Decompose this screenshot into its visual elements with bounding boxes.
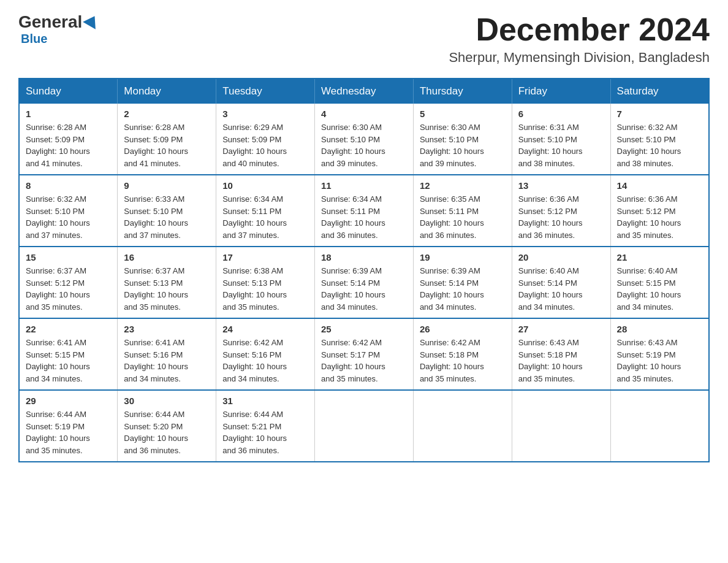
day-number: 31 (222, 396, 308, 406)
calendar-cell: 6 Sunrise: 6:31 AMSunset: 5:10 PMDayligh… (512, 104, 610, 175)
calendar-cell: 5 Sunrise: 6:30 AMSunset: 5:10 PMDayligh… (413, 104, 512, 175)
day-info: Sunrise: 6:42 AMSunset: 5:18 PMDaylight:… (420, 337, 506, 385)
calendar-cell: 31 Sunrise: 6:44 AMSunset: 5:21 PMDaylig… (216, 390, 315, 462)
day-info: Sunrise: 6:38 AMSunset: 5:13 PMDaylight:… (222, 265, 308, 313)
day-number: 21 (617, 252, 702, 262)
day-number: 15 (26, 252, 111, 262)
calendar-cell (610, 390, 709, 462)
logo-triangle-icon (83, 12, 101, 29)
day-number: 6 (518, 109, 604, 119)
day-number: 12 (420, 180, 506, 191)
day-number: 13 (518, 180, 604, 191)
calendar-cell: 24 Sunrise: 6:42 AMSunset: 5:16 PMDaylig… (216, 318, 315, 390)
day-info: Sunrise: 6:34 AMSunset: 5:11 PMDaylight:… (321, 193, 407, 241)
calendar-week-row: 29 Sunrise: 6:44 AMSunset: 5:19 PMDaylig… (19, 390, 709, 462)
day-number: 28 (617, 324, 702, 334)
calendar-cell: 30 Sunrise: 6:44 AMSunset: 5:20 PMDaylig… (118, 390, 216, 462)
day-number: 29 (26, 396, 111, 406)
weekday-header-friday: Friday (512, 79, 610, 104)
day-info: Sunrise: 6:32 AMSunset: 5:10 PMDaylight:… (26, 193, 111, 241)
calendar-cell: 20 Sunrise: 6:40 AMSunset: 5:14 PMDaylig… (512, 247, 610, 318)
day-info: Sunrise: 6:40 AMSunset: 5:15 PMDaylight:… (617, 265, 702, 313)
day-number: 23 (124, 324, 210, 334)
calendar-week-row: 8 Sunrise: 6:32 AMSunset: 5:10 PMDayligh… (19, 175, 709, 247)
logo: General Blue (18, 12, 99, 46)
calendar-cell: 21 Sunrise: 6:40 AMSunset: 5:15 PMDaylig… (610, 247, 709, 318)
calendar-week-row: 22 Sunrise: 6:41 AMSunset: 5:15 PMDaylig… (19, 318, 709, 390)
day-number: 25 (321, 324, 407, 334)
calendar-cell: 13 Sunrise: 6:36 AMSunset: 5:12 PMDaylig… (512, 175, 610, 247)
day-info: Sunrise: 6:33 AMSunset: 5:10 PMDaylight:… (124, 193, 210, 241)
calendar-cell: 15 Sunrise: 6:37 AMSunset: 5:12 PMDaylig… (19, 247, 118, 318)
calendar-cell: 19 Sunrise: 6:39 AMSunset: 5:14 PMDaylig… (413, 247, 512, 318)
title-area: December 2024 Sherpur, Mymensingh Divisi… (449, 12, 710, 66)
day-number: 16 (124, 252, 210, 262)
calendar-cell: 7 Sunrise: 6:32 AMSunset: 5:10 PMDayligh… (610, 104, 709, 175)
day-info: Sunrise: 6:44 AMSunset: 5:19 PMDaylight:… (26, 408, 111, 456)
day-number: 3 (222, 109, 308, 119)
day-info: Sunrise: 6:28 AMSunset: 5:09 PMDaylight:… (124, 121, 210, 169)
day-info: Sunrise: 6:42 AMSunset: 5:16 PMDaylight:… (222, 337, 308, 385)
calendar-cell: 3 Sunrise: 6:29 AMSunset: 5:09 PMDayligh… (216, 104, 315, 175)
day-number: 10 (222, 180, 308, 191)
calendar-cell: 1 Sunrise: 6:28 AMSunset: 5:09 PMDayligh… (19, 104, 118, 175)
calendar-cell: 8 Sunrise: 6:32 AMSunset: 5:10 PMDayligh… (19, 175, 118, 247)
day-number: 2 (124, 109, 210, 119)
calendar-cell: 26 Sunrise: 6:42 AMSunset: 5:18 PMDaylig… (413, 318, 512, 390)
location-title: Sherpur, Mymensingh Division, Bangladesh (449, 50, 710, 66)
day-number: 19 (420, 252, 506, 262)
calendar-cell: 4 Sunrise: 6:30 AMSunset: 5:10 PMDayligh… (315, 104, 414, 175)
day-info: Sunrise: 6:37 AMSunset: 5:13 PMDaylight:… (124, 265, 210, 313)
calendar-cell: 23 Sunrise: 6:41 AMSunset: 5:16 PMDaylig… (118, 318, 216, 390)
calendar-cell: 27 Sunrise: 6:43 AMSunset: 5:18 PMDaylig… (512, 318, 610, 390)
day-number: 22 (26, 324, 111, 334)
day-number: 7 (617, 109, 702, 119)
page-header: General Blue December 2024 Sherpur, Myme… (18, 12, 710, 66)
day-number: 11 (321, 180, 407, 191)
calendar-cell: 12 Sunrise: 6:35 AMSunset: 5:11 PMDaylig… (413, 175, 512, 247)
calendar-cell: 18 Sunrise: 6:39 AMSunset: 5:14 PMDaylig… (315, 247, 414, 318)
day-number: 30 (124, 396, 210, 406)
day-info: Sunrise: 6:39 AMSunset: 5:14 PMDaylight:… (321, 265, 407, 313)
weekday-header-sunday: Sunday (19, 79, 118, 104)
day-info: Sunrise: 6:30 AMSunset: 5:10 PMDaylight:… (321, 121, 407, 169)
day-info: Sunrise: 6:35 AMSunset: 5:11 PMDaylight:… (420, 193, 506, 241)
day-info: Sunrise: 6:41 AMSunset: 5:16 PMDaylight:… (124, 337, 210, 385)
day-number: 27 (518, 324, 604, 334)
calendar-cell: 11 Sunrise: 6:34 AMSunset: 5:11 PMDaylig… (315, 175, 414, 247)
month-title: December 2024 (449, 12, 710, 47)
weekday-header-thursday: Thursday (413, 79, 512, 104)
day-number: 26 (420, 324, 506, 334)
calendar-cell (315, 390, 414, 462)
day-number: 17 (222, 252, 308, 262)
calendar-week-row: 1 Sunrise: 6:28 AMSunset: 5:09 PMDayligh… (19, 104, 709, 175)
weekday-header-tuesday: Tuesday (216, 79, 315, 104)
calendar-cell: 9 Sunrise: 6:33 AMSunset: 5:10 PMDayligh… (118, 175, 216, 247)
weekday-header-monday: Monday (118, 79, 216, 104)
day-info: Sunrise: 6:32 AMSunset: 5:10 PMDaylight:… (617, 121, 702, 169)
day-number: 18 (321, 252, 407, 262)
calendar-cell: 14 Sunrise: 6:36 AMSunset: 5:12 PMDaylig… (610, 175, 709, 247)
day-info: Sunrise: 6:30 AMSunset: 5:10 PMDaylight:… (420, 121, 506, 169)
day-info: Sunrise: 6:42 AMSunset: 5:17 PMDaylight:… (321, 337, 407, 385)
calendar-cell (413, 390, 512, 462)
day-info: Sunrise: 6:36 AMSunset: 5:12 PMDaylight:… (518, 193, 604, 241)
calendar-cell (512, 390, 610, 462)
day-info: Sunrise: 6:29 AMSunset: 5:09 PMDaylight:… (222, 121, 308, 169)
weekday-header-wednesday: Wednesday (315, 79, 414, 104)
day-number: 8 (26, 180, 111, 191)
day-info: Sunrise: 6:37 AMSunset: 5:12 PMDaylight:… (26, 265, 111, 313)
logo-general-text: General (18, 12, 82, 32)
calendar-cell: 10 Sunrise: 6:34 AMSunset: 5:11 PMDaylig… (216, 175, 315, 247)
day-info: Sunrise: 6:34 AMSunset: 5:11 PMDaylight:… (222, 193, 308, 241)
calendar-cell: 28 Sunrise: 6:43 AMSunset: 5:19 PMDaylig… (610, 318, 709, 390)
day-info: Sunrise: 6:28 AMSunset: 5:09 PMDaylight:… (26, 121, 111, 169)
day-info: Sunrise: 6:36 AMSunset: 5:12 PMDaylight:… (617, 193, 702, 241)
day-number: 1 (26, 109, 111, 119)
calendar-cell: 25 Sunrise: 6:42 AMSunset: 5:17 PMDaylig… (315, 318, 414, 390)
calendar-cell: 17 Sunrise: 6:38 AMSunset: 5:13 PMDaylig… (216, 247, 315, 318)
weekday-header-row: SundayMondayTuesdayWednesdayThursdayFrid… (19, 79, 709, 104)
calendar-cell: 2 Sunrise: 6:28 AMSunset: 5:09 PMDayligh… (118, 104, 216, 175)
day-number: 9 (124, 180, 210, 191)
day-number: 24 (222, 324, 308, 334)
